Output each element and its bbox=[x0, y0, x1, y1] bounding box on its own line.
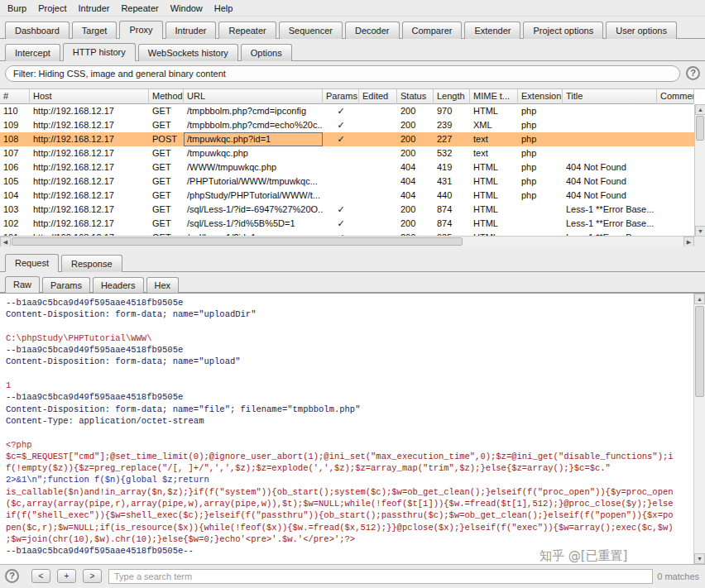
editor-line: --b1aa9c5bca9d49f595aae4518fb9505e bbox=[6, 391, 693, 403]
search-prev-button[interactable]: < bbox=[31, 569, 50, 583]
editor-scroll-thumb[interactable] bbox=[695, 306, 704, 397]
tab-comparer[interactable]: Comparer bbox=[402, 22, 463, 39]
column-header-mime-t[interactable]: MIME t... bbox=[470, 89, 518, 104]
filter-text[interactable]: Filter: Hiding CSS, image and general bi… bbox=[5, 65, 680, 82]
history-row-107[interactable]: 107http://192.168.12.17GET/tmpuwkqc.php2… bbox=[0, 146, 694, 160]
history-row-109[interactable]: 109http://192.168.12.17GET/tmpbbolm.php?… bbox=[0, 118, 694, 132]
tab-raw[interactable]: Raw bbox=[5, 276, 40, 293]
column-header-params[interactable]: Params bbox=[323, 89, 359, 104]
tab-repeater[interactable]: Repeater bbox=[218, 22, 276, 39]
tab-options[interactable]: Options bbox=[241, 44, 292, 61]
tab-websockets-history[interactable]: WebSockets history bbox=[138, 44, 238, 61]
column-header-length[interactable]: Length bbox=[434, 89, 470, 104]
cell: 404 Not Found bbox=[563, 189, 657, 203]
main-tab-bar: DashboardTargetProxyIntruderRepeaterSequ… bbox=[0, 17, 705, 39]
menu-item-burp[interactable]: Burp bbox=[2, 2, 32, 15]
cell: 404 bbox=[397, 160, 434, 174]
history-row-106[interactable]: 106http://192.168.12.17GET/WWW/tmpuwkqc.… bbox=[0, 160, 694, 174]
tab-request[interactable]: Request bbox=[5, 254, 59, 272]
cell: /tmpbbolm.php?cmd=echo%20c... bbox=[184, 118, 323, 132]
table-horizontal-scrollbar[interactable]: ◀ ▶ bbox=[0, 236, 694, 246]
column-header-status[interactable]: Status bbox=[397, 89, 434, 104]
menu-item-window[interactable]: Window bbox=[165, 2, 209, 15]
search-plus-button[interactable]: + bbox=[57, 569, 76, 583]
editor-line: Content-Disposition: form-data; name="up… bbox=[6, 356, 693, 367]
tab-intruder[interactable]: Intruder bbox=[165, 22, 217, 39]
tab-response[interactable]: Response bbox=[61, 255, 122, 272]
tab-params[interactable]: Params bbox=[42, 277, 90, 293]
view-tab-bar: RawParamsHeadersHex bbox=[0, 272, 705, 293]
tab-dashboard[interactable]: Dashboard bbox=[5, 22, 70, 39]
scroll-up-icon[interactable]: ▲ bbox=[695, 104, 705, 115]
history-row-103[interactable]: 103http://192.168.12.17GET/sql/Less-1/?i… bbox=[0, 203, 694, 217]
column-header-extension[interactable]: Extension bbox=[518, 89, 563, 104]
cell: http://192.168.12.17 bbox=[30, 104, 149, 118]
cell: http://192.168.12.17 bbox=[30, 189, 149, 203]
column-header-method[interactable]: Method bbox=[149, 89, 184, 104]
filter-help-icon[interactable]: ? bbox=[686, 66, 700, 80]
request-editor[interactable]: --b1aa9c5bca9d49f595aae4518fb9505eConten… bbox=[0, 293, 705, 565]
cell: php bbox=[518, 160, 563, 174]
tab-intercept[interactable]: Intercept bbox=[5, 44, 60, 61]
tab-proxy[interactable]: Proxy bbox=[119, 21, 162, 39]
history-row-102[interactable]: 102http://192.168.12.17GET/sql/Less-1/?i… bbox=[0, 217, 694, 231]
column-header-url[interactable]: URL bbox=[184, 89, 323, 104]
menu-item-help[interactable]: Help bbox=[209, 2, 239, 15]
search-input[interactable] bbox=[108, 569, 653, 584]
column-header-commen[interactable]: Commen bbox=[657, 89, 694, 104]
menu-item-repeater[interactable]: Repeater bbox=[115, 2, 164, 15]
column-header-title[interactable]: Title bbox=[563, 89, 657, 104]
cell: GET bbox=[149, 189, 184, 203]
search-next-button[interactable]: > bbox=[83, 569, 102, 583]
tab-extender[interactable]: Extender bbox=[464, 22, 520, 39]
history-row-108[interactable]: 108http://192.168.12.17POST/tmpuwkqc.php… bbox=[0, 132, 694, 146]
tab-sequencer[interactable]: Sequencer bbox=[279, 22, 343, 39]
editor-vertical-scrollbar[interactable]: ▲ ▼ bbox=[693, 294, 705, 564]
table-vertical-scrollbar[interactable]: ▲ ▼ bbox=[694, 104, 705, 237]
tab-target[interactable]: Target bbox=[72, 22, 118, 39]
cell bbox=[359, 160, 397, 174]
search-help-icon[interactable]: ? bbox=[5, 569, 19, 583]
menu-item-project[interactable]: Project bbox=[32, 2, 72, 15]
tab-http-history[interactable]: HTTP history bbox=[63, 43, 136, 61]
editor-line: <?php bbox=[6, 439, 693, 451]
cell bbox=[323, 189, 359, 203]
cell: POST bbox=[149, 132, 184, 146]
menu-item-intruder[interactable]: Intruder bbox=[73, 2, 116, 15]
tab-hex[interactable]: Hex bbox=[146, 277, 180, 293]
cell bbox=[657, 189, 694, 203]
cell bbox=[323, 146, 359, 160]
cell: GET bbox=[149, 160, 184, 174]
tab-headers[interactable]: Headers bbox=[93, 277, 144, 293]
tab-project-options[interactable]: Project options bbox=[523, 22, 603, 39]
editor-scroll-down-icon[interactable]: ▼ bbox=[694, 553, 705, 564]
cell bbox=[323, 174, 359, 189]
scroll-left-icon[interactable]: ◀ bbox=[0, 237, 11, 246]
scroll-right-icon[interactable]: ▶ bbox=[683, 237, 694, 246]
cell: http://192.168.12.17 bbox=[30, 217, 149, 231]
cell: 874 bbox=[434, 203, 470, 217]
cell: text bbox=[470, 132, 518, 146]
editor-scroll-up-icon[interactable]: ▲ bbox=[694, 294, 705, 304]
cell: GET bbox=[149, 104, 184, 118]
cell bbox=[657, 174, 694, 189]
cell bbox=[359, 132, 397, 146]
horizontal-scroll-thumb[interactable] bbox=[12, 237, 463, 246]
cell bbox=[359, 146, 397, 160]
history-row-104[interactable]: 104http://192.168.12.17GET/phpStudy/PHPT… bbox=[0, 189, 694, 203]
history-row-105[interactable]: 105http://192.168.12.17GET/PHPTutorial/W… bbox=[0, 174, 694, 189]
tab-user-options[interactable]: User options bbox=[606, 22, 677, 39]
cell: http://192.168.12.17 bbox=[30, 132, 149, 146]
tab-decoder[interactable]: Decoder bbox=[345, 22, 400, 39]
cell bbox=[657, 160, 694, 174]
cell: 108 bbox=[0, 132, 30, 146]
cell bbox=[563, 146, 657, 160]
column-header-host[interactable]: Host bbox=[30, 89, 149, 104]
cell: 109 bbox=[0, 118, 30, 132]
scrollbar-corner bbox=[694, 236, 705, 246]
history-row-110[interactable]: 110http://192.168.12.17GET/tmpbbolm.php?… bbox=[0, 104, 694, 118]
cell: 102 bbox=[0, 217, 30, 231]
column-header-edited[interactable]: Edited bbox=[359, 89, 397, 104]
vertical-scroll-thumb[interactable] bbox=[696, 116, 704, 141]
column-header-[interactable]: # bbox=[0, 89, 30, 104]
